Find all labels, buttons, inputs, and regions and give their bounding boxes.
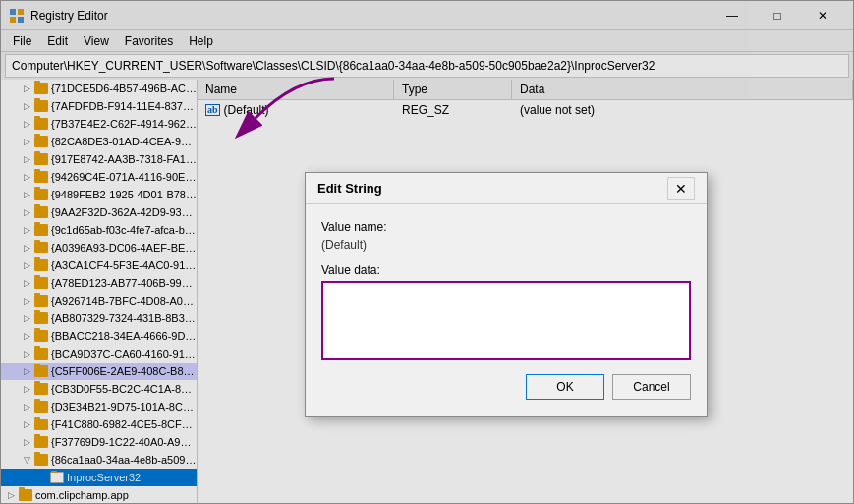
cancel-button[interactable]: Cancel [612,374,691,400]
value-name-label: Value name: [321,220,691,234]
dialog-title: Edit String [317,181,667,196]
ok-button[interactable]: OK [526,374,604,400]
value-data-label: Value data: [321,263,691,277]
dialog-close-button[interactable]: ✕ [667,177,695,200]
value-data-input[interactable] [321,281,691,360]
dialog-body: Value name: (Default) Value data: OK Can… [306,204,707,416]
value-name-display: (Default) [321,238,691,252]
dialog-titlebar: Edit String ✕ [306,173,707,204]
dialog-buttons: OK Cancel [321,374,691,400]
edit-string-dialog: Edit String ✕ Value name: (Default) Valu… [305,172,708,417]
